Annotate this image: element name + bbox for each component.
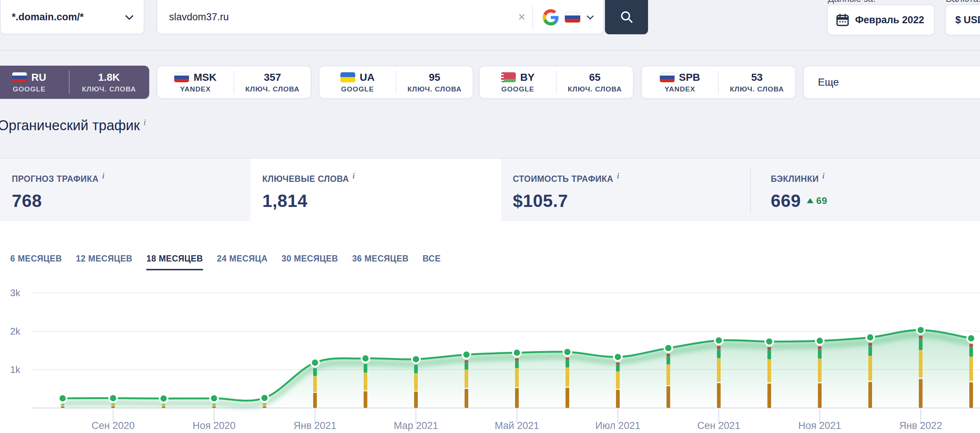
- google-icon[interactable]: [542, 9, 559, 26]
- region-code: SPB: [679, 72, 700, 83]
- russia-flag-icon: [174, 72, 189, 82]
- scope-dropdown-value: *.domain.com/*: [12, 11, 124, 23]
- region-code: MSK: [193, 72, 216, 83]
- region-tab-ua-google[interactable]: UA GOOGLE 95 КЛЮЧ. СЛОВА: [319, 66, 473, 99]
- svg-text:Сен 2021: Сен 2021: [697, 420, 741, 431]
- region-tab-msk-yandex[interactable]: MSK YANDEX 357 КЛЮЧ. СЛОВА: [157, 66, 311, 99]
- region-code: BY: [520, 72, 535, 83]
- svg-text:Июл 2021: Июл 2021: [595, 420, 640, 431]
- stat-label: СТОИМОСТЬ ТРАФИКА: [513, 174, 613, 184]
- stat-label: КЛЮЧЕВЫЕ СЛОВА: [262, 174, 349, 184]
- search-box: ✕: [157, 0, 604, 34]
- info-icon[interactable]: i: [143, 117, 146, 127]
- page-title-text: Органический трафик: [0, 118, 140, 133]
- magnifier-icon: [620, 10, 634, 24]
- russia-flag-icon: [12, 72, 27, 82]
- info-icon[interactable]: i: [353, 172, 355, 180]
- region-tab-spb-yandex[interactable]: SPB YANDEX 53 КЛЮЧ. СЛОВА: [641, 66, 796, 99]
- clear-icon[interactable]: ✕: [511, 11, 532, 23]
- more-label: Еще: [818, 76, 839, 88]
- delta-badge: 69: [807, 195, 827, 206]
- stat-backlinks[interactable]: БЭКЛИНКИi 669 69: [750, 158, 980, 222]
- chevron-down-icon[interactable]: [586, 14, 594, 20]
- svg-text:Ноя 2020: Ноя 2020: [192, 420, 236, 431]
- stat-keywords[interactable]: КЛЮЧЕВЫЕ СЛОВАi 1,814: [251, 158, 501, 223]
- page-title: Органический трафикi: [0, 117, 146, 134]
- currency-button[interactable]: $ USD: [945, 5, 980, 35]
- svg-text:Янв 2021: Янв 2021: [294, 420, 336, 431]
- stats-row: ПРОГНОЗ ТРАФИКАi 768 КЛЮЧЕВЫЕ СЛОВАi 1,8…: [0, 158, 980, 221]
- currency-label: Валюта:: [946, 0, 980, 4]
- info-icon[interactable]: i: [822, 172, 824, 180]
- organic-traffic-chart-card: 6 МЕСЯЦЕВ 12 МЕСЯЦЕВ 18 МЕСЯЦЕВ 24 МЕСЯЦ…: [0, 221, 980, 433]
- region-engine: GOOGLE: [341, 85, 374, 93]
- keyword-count-label: КЛЮЧ. СЛОВА: [245, 85, 299, 93]
- russia-flag-icon: [660, 72, 675, 82]
- region-tab-more[interactable]: Еще: [803, 66, 980, 99]
- stat-value: 1,814: [262, 191, 501, 211]
- region-engine: GOOGLE: [13, 85, 46, 93]
- search-input[interactable]: [161, 6, 511, 29]
- russia-flag-icon[interactable]: [565, 12, 580, 22]
- info-icon[interactable]: i: [617, 172, 619, 180]
- stat-traffic-forecast[interactable]: ПРОГНОЗ ТРАФИКАi 768: [0, 158, 251, 222]
- svg-text:Ноя 2021: Ноя 2021: [799, 420, 842, 431]
- region-code: UA: [360, 72, 374, 83]
- keyword-count: 357: [264, 72, 281, 83]
- stat-value: 768: [12, 191, 251, 211]
- region-engine: YANDEX: [665, 85, 695, 93]
- info-icon[interactable]: i: [102, 172, 105, 180]
- stat-value: 669 69: [771, 191, 980, 211]
- svg-text:Янв 2022: Янв 2022: [899, 420, 942, 431]
- stat-label: БЭКЛИНКИ: [771, 174, 819, 184]
- stat-traffic-cost[interactable]: СТОИМОСТЬ ТРАФИКАi $105.7: [501, 158, 750, 222]
- data-for-label: Данные за:: [828, 0, 876, 4]
- scope-dropdown[interactable]: *.domain.com/*: [0, 0, 145, 34]
- svg-text:3k: 3k: [10, 287, 21, 299]
- keyword-count-label: КЛЮЧ. СЛОВА: [407, 85, 461, 93]
- keyword-count: 65: [589, 72, 601, 83]
- ukraine-flag-icon: [340, 72, 355, 82]
- top-divider: [0, 50, 980, 51]
- page: { "topbar": { "scope_value": "*.domain.c…: [0, 0, 980, 433]
- keyword-count-label: КЛЮЧ. СЛОВА: [730, 85, 784, 93]
- svg-text:Сен 2020: Сен 2020: [92, 420, 135, 431]
- region-engine: YANDEX: [180, 85, 211, 93]
- region-engine: GOOGLE: [501, 85, 534, 93]
- belarus-flag-icon: [501, 72, 516, 82]
- chevron-down-icon: [124, 14, 134, 20]
- calendar-icon: [836, 13, 849, 27]
- triangle-up-icon: [807, 198, 813, 203]
- keyword-count: 53: [751, 72, 763, 83]
- keyword-count: 95: [429, 72, 440, 83]
- keyword-count-label: КЛЮЧ. СЛОВА: [568, 85, 622, 93]
- stat-label: ПРОГНОЗ ТРАФИКА: [12, 174, 99, 184]
- search-button[interactable]: [605, 0, 648, 34]
- svg-text:Мар 2021: Мар 2021: [394, 420, 438, 431]
- date-value: Февраль 2022: [855, 14, 924, 26]
- region-tab-by-google[interactable]: BY GOOGLE 65 КЛЮЧ. СЛОВА: [479, 66, 634, 99]
- keyword-count-label: КЛЮЧ. СЛОВА: [82, 85, 136, 93]
- traffic-area-chart[interactable]: 1k2k3kСен 2020Ноя 2020Янв 2021Мар 2021Ма…: [0, 221, 980, 433]
- keyword-count: 1.8K: [98, 72, 120, 83]
- divider: [532, 6, 533, 29]
- region-tab-ru-google[interactable]: RU GOOGLE 1.8K КЛЮЧ. СЛОВА: [0, 66, 149, 99]
- svg-text:2k: 2k: [10, 326, 21, 337]
- region-code: RU: [31, 72, 46, 83]
- svg-text:1k: 1k: [10, 364, 21, 375]
- currency-value: $ USD: [955, 14, 980, 26]
- stat-value: $105.7: [513, 191, 750, 211]
- svg-text:Май 2021: Май 2021: [495, 420, 539, 431]
- date-picker-button[interactable]: Февраль 2022: [827, 5, 935, 35]
